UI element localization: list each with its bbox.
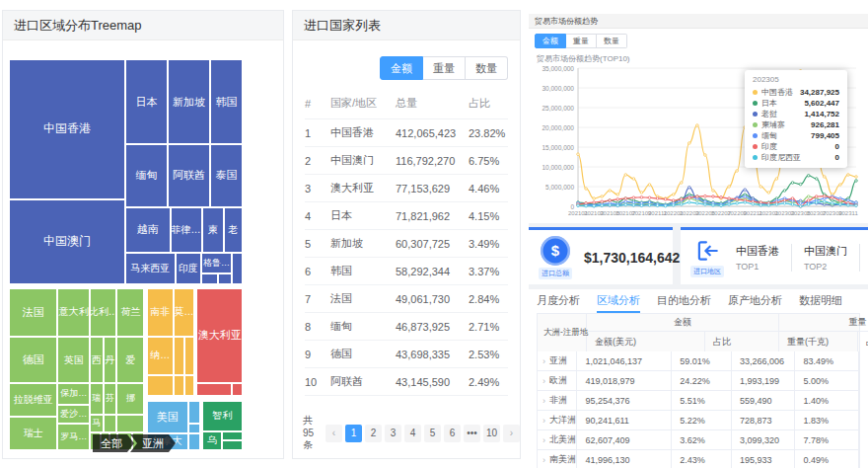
page-button[interactable]: 1	[345, 425, 362, 442]
treemap-block[interactable]: 南非	[147, 288, 174, 338]
breadcrumb-item-current[interactable]: 亚洲	[130, 434, 176, 452]
treemap-block[interactable]: 柬	[202, 207, 224, 253]
continent-name: 北美洲	[549, 433, 576, 446]
treemap-block[interactable]: 爱沙…	[57, 405, 90, 424]
tab-区域分析[interactable]: 区域分析	[597, 289, 640, 313]
treemap-block[interactable]: 印度	[176, 253, 201, 284]
tab-目的地分析[interactable]: 目的地分析	[657, 289, 711, 313]
treemap-block[interactable]: 马	[90, 415, 104, 432]
treemap-block-small[interactable]	[218, 273, 232, 284]
treemap-block-small[interactable]	[104, 415, 117, 432]
treemap-block[interactable]: 瑞	[90, 383, 104, 415]
treemap-block[interactable]: 缅甸	[125, 144, 168, 206]
treemap-block-small[interactable]	[196, 383, 232, 396]
treemap-block[interactable]: 英国	[57, 337, 90, 383]
treemap-block[interactable]: 保加…	[57, 383, 90, 405]
breadcrumb-item-root[interactable]: 全部	[93, 434, 134, 452]
treemap-block-small[interactable]	[147, 375, 174, 397]
treemap-block-small[interactable]	[184, 375, 194, 397]
treemap-block-small[interactable]	[184, 337, 194, 374]
treemap-block[interactable]: 中国香港	[9, 59, 125, 199]
treemap-block[interactable]: 澳大利亚	[196, 288, 243, 383]
treemap-block[interactable]: 荷兰	[116, 288, 144, 338]
treemap-block-small[interactable]	[116, 415, 144, 432]
treemap-block[interactable]: 新加坡	[168, 59, 210, 144]
weight-pct-cell: 7.78%	[795, 430, 859, 449]
treemap-block-small[interactable]	[222, 440, 243, 450]
country-cell: 6	[305, 266, 330, 277]
expand-icon[interactable]: ›	[542, 435, 545, 445]
toggle-数量[interactable]: 数量	[597, 34, 627, 48]
treemap-block-small[interactable]	[222, 431, 243, 441]
treemap-block[interactable]: 中国澳门	[9, 199, 125, 284]
page-button[interactable]: 5	[424, 425, 441, 442]
treemap-block[interactable]: 西	[90, 337, 104, 383]
treemap-block-small[interactable]	[201, 273, 218, 284]
treemap-block[interactable]: 美国	[147, 401, 188, 433]
prev-page-button[interactable]: ‹	[326, 425, 342, 442]
import-total-label: 进口总额	[539, 268, 572, 279]
treemap-block[interactable]: 菲律…	[171, 207, 202, 253]
expand-icon[interactable]: ›	[542, 416, 545, 426]
expand-icon[interactable]: ›	[542, 356, 545, 366]
expand-icon[interactable]: ›	[542, 396, 545, 406]
treemap-block-small[interactable]	[188, 401, 201, 425]
toggle-重量[interactable]: 重量	[423, 56, 466, 80]
treemap-block[interactable]: 阿联酋	[168, 144, 210, 206]
treemap-block[interactable]: 泰国	[210, 144, 243, 206]
treemap-block[interactable]: 老	[224, 207, 243, 253]
page-button[interactable]: 4	[404, 425, 421, 442]
expand-icon[interactable]: ›	[542, 376, 545, 386]
page-button[interactable]: 6	[444, 425, 461, 442]
treemap-block[interactable]: 爱	[116, 337, 144, 383]
treemap-block[interactable]: 法国	[9, 288, 57, 338]
treemap-block-small[interactable]	[188, 424, 201, 433]
treemap-block[interactable]: 越南	[125, 207, 171, 253]
tab-月度分析[interactable]: 月度分析	[537, 289, 580, 313]
page-button[interactable]: 10	[483, 425, 500, 442]
treemap-block[interactable]: 芬	[104, 383, 117, 415]
treemap-block-small[interactable]	[232, 253, 243, 284]
page-button[interactable]: •••	[464, 425, 480, 442]
treemap-block[interactable]: 意大利	[57, 288, 90, 338]
toggle-金额[interactable]: 金额	[535, 34, 566, 48]
treemap-block[interactable]: 智利	[202, 401, 243, 431]
treemap-block-small[interactable]	[188, 433, 201, 450]
treemap-block-small[interactable]	[174, 337, 185, 374]
treemap-block[interactable]: 日本	[125, 59, 168, 144]
treemap-block[interactable]: 韩国	[210, 59, 243, 144]
treemap-block[interactable]: 乌	[202, 431, 222, 450]
treemap-block[interactable]: 马来西亚	[125, 253, 176, 284]
treemap-block[interactable]: 丹	[104, 337, 117, 383]
toggle-重量[interactable]: 重量	[566, 34, 597, 48]
country-list-title: 进口国家列表	[293, 11, 520, 40]
next-page-button[interactable]: ›	[503, 425, 520, 442]
treemap-block-small[interactable]	[232, 383, 243, 396]
weight-pct-cell: 0.49%	[795, 450, 859, 468]
tooltip-series-value: 926,281	[811, 120, 839, 129]
tooltip-row: 印度尼西亚0	[753, 152, 839, 163]
tooltip-series-name: 老挝	[761, 109, 777, 119]
toggle-金额[interactable]: 金额	[380, 56, 423, 80]
treemap-block[interactable]: 莫…	[174, 288, 195, 338]
treemap-block[interactable]: 格鲁…	[201, 253, 233, 273]
tab-数据明细[interactable]: 数据明细	[799, 289, 842, 313]
treemap-block-small[interactable]	[174, 375, 185, 397]
top-region: 中国香港TOP1	[736, 244, 779, 272]
continent-table-body: ›亚洲1,021,046,13759.01%33,266,00683.49%›欧…	[537, 351, 860, 468]
treemap-block[interactable]: 德国	[9, 337, 57, 383]
tooltip-series-name: 印度尼西亚	[761, 152, 801, 163]
toggle-数量[interactable]: 数量	[466, 56, 508, 80]
expand-icon[interactable]: ›	[542, 455, 545, 465]
treemap-block[interactable]: 瑞士	[9, 417, 57, 450]
continent-table: 大洲-注册地 金额 重量 金额(美元) 占比 重量(千克) 占比	[537, 313, 860, 468]
country-cell: 2.53%	[469, 349, 508, 360]
treemap-block[interactable]: 纳…	[147, 337, 174, 374]
treemap-block[interactable]: 拉脱维亚	[9, 383, 57, 417]
page-button[interactable]: 3	[385, 425, 401, 442]
treemap-block[interactable]: 比利…	[90, 288, 116, 338]
treemap-block[interactable]: 挪	[116, 383, 144, 415]
page-button[interactable]: 2	[365, 425, 382, 442]
treemap-block[interactable]: 罗马…	[57, 424, 90, 450]
tab-原产地分析[interactable]: 原产地分析	[728, 289, 782, 313]
